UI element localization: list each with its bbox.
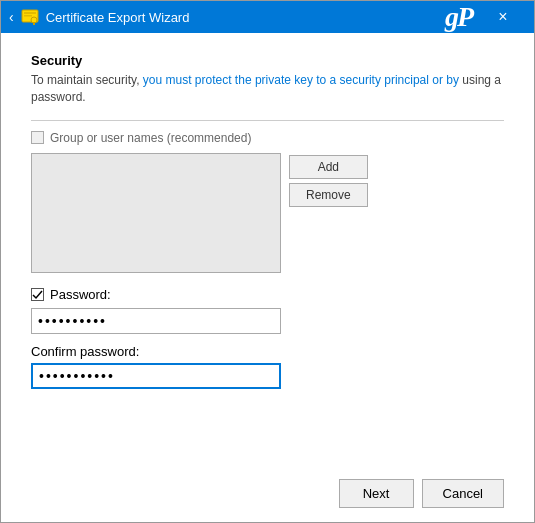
confirm-password-input-wrapper	[31, 363, 504, 389]
next-button[interactable]: Next	[339, 479, 414, 508]
group-checkbox-row: Group or user names (recommended)	[31, 131, 504, 145]
password-row: Password:	[31, 287, 504, 302]
svg-rect-1	[24, 12, 36, 14]
gp-logo: gP	[445, 1, 472, 33]
password-input-wrapper	[31, 308, 504, 334]
svg-rect-4	[33, 22, 35, 25]
password-checkbox[interactable]	[31, 288, 44, 301]
footer: Next Cancel	[1, 469, 534, 522]
list-buttons: Add Remove	[289, 153, 368, 273]
add-button[interactable]: Add	[289, 155, 368, 179]
svg-rect-2	[24, 15, 32, 17]
confirm-password-input[interactable]	[31, 363, 281, 389]
password-input[interactable]	[31, 308, 281, 334]
list-area: Add Remove	[31, 153, 504, 273]
section-title: Security	[31, 53, 504, 68]
section-description: To maintain security, you must protect t…	[31, 72, 504, 106]
section-divider	[31, 120, 504, 121]
main-content: Security To maintain security, you must …	[1, 33, 534, 469]
title-bar-right: gP ×	[445, 1, 526, 33]
confirm-password-label: Confirm password:	[31, 344, 504, 359]
close-button[interactable]: ×	[480, 1, 526, 33]
title-bar-left: ‹ Certificate Export Wizard	[9, 7, 445, 27]
desc-highlight: you must protect the private key to a se…	[143, 73, 459, 87]
desc-normal: To maintain security,	[31, 73, 143, 87]
title-bar: ‹ Certificate Export Wizard gP ×	[1, 1, 534, 33]
cert-icon	[20, 7, 40, 27]
back-button[interactable]: ‹	[9, 9, 14, 25]
wizard-window: ‹ Certificate Export Wizard gP × Securit…	[0, 0, 535, 523]
cancel-button[interactable]: Cancel	[422, 479, 504, 508]
user-list-box	[31, 153, 281, 273]
group-checkbox[interactable]	[31, 131, 44, 144]
password-section: Password: Confirm password:	[31, 287, 504, 399]
title-bar-title: Certificate Export Wizard	[46, 10, 190, 25]
group-checkbox-label: Group or user names (recommended)	[50, 131, 251, 145]
remove-button[interactable]: Remove	[289, 183, 368, 207]
password-label: Password:	[50, 287, 111, 302]
